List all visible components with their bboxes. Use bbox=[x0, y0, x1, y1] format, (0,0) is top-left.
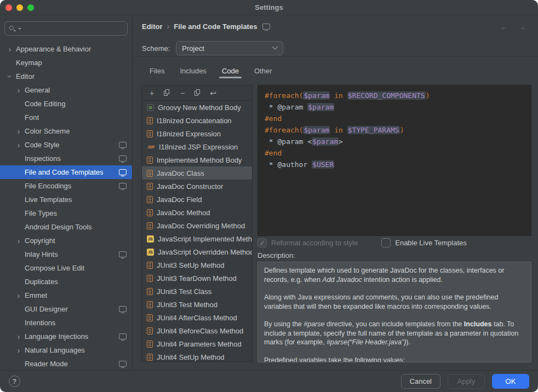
jsp-file-icon: JSP bbox=[147, 143, 155, 151]
template-item-junit4-setup-method[interactable]: JUnit4 SetUp Method bbox=[142, 350, 252, 361]
sidebar-item-file-types[interactable]: File Types bbox=[0, 206, 132, 220]
sidebar-item-font[interactable]: Font bbox=[0, 111, 132, 124]
sidebar-item-editor[interactable]: ›Editor bbox=[0, 70, 132, 83]
sidebar-item-label: Emmet bbox=[25, 291, 47, 299]
search-field[interactable] bbox=[4, 21, 128, 36]
template-item-groovy-new-method-body[interactable]: GGroovy New Method Body bbox=[142, 101, 252, 114]
breadcrumb-editor[interactable]: Editor bbox=[142, 22, 163, 31]
screen-icon bbox=[119, 251, 127, 257]
template-item-junit3-teardown-method[interactable]: JUnit3 TearDown Method bbox=[142, 272, 252, 285]
template-item-javadoc-class[interactable]: JavaDoc Class bbox=[142, 166, 252, 180]
tab-files[interactable]: Files bbox=[142, 63, 172, 78]
template-item-junit3-setup-method[interactable]: JUnit3 SetUp Method bbox=[142, 258, 252, 272]
ok-button[interactable]: OK bbox=[492, 374, 529, 389]
sidebar-item-compose-live-edit[interactable]: Compose Live Edit bbox=[0, 261, 132, 275]
chevron-right-icon[interactable]: › bbox=[14, 141, 23, 149]
sidebar-item-general[interactable]: ›General bbox=[0, 83, 132, 97]
description-paragraph: Defines template which used to generate … bbox=[264, 266, 525, 284]
sidebar-item-android-design-tools[interactable]: Android Design Tools bbox=[0, 220, 132, 234]
template-item-junit3-test-class[interactable]: JUnit3 Test Class bbox=[142, 285, 252, 298]
toolbar-duplicate-icon[interactable] bbox=[194, 89, 202, 97]
tab-includes[interactable]: Includes bbox=[172, 63, 214, 78]
enable-live-templates-label[interactable]: Enable Live Templates bbox=[395, 239, 467, 247]
tab-other[interactable]: Other bbox=[247, 63, 280, 78]
template-editor[interactable]: #foreach($param in $RECORD_COMPONENTS) *… bbox=[257, 85, 531, 236]
template-item-javascript-overridden-method[interactable]: JSJavaScript Overridden Method bbox=[142, 245, 252, 258]
chevron-right-icon[interactable]: › bbox=[14, 127, 23, 135]
sidebar-item-label: Android Design Tools bbox=[25, 223, 92, 231]
sidebar-item-reader-mode[interactable]: Reader Mode bbox=[0, 357, 132, 370]
template-item-label: JavaDoc Method bbox=[157, 209, 210, 217]
template-item-i18nized-concatenation[interactable]: I18nized Concatenation bbox=[142, 114, 252, 127]
toolbar-remove-icon[interactable]: − bbox=[179, 89, 186, 97]
sidebar-item-appearance-behavior[interactable]: ›Appearance & Behavior bbox=[0, 42, 132, 56]
sidebar-item-copyright[interactable]: ›Copyright bbox=[0, 234, 132, 247]
help-button[interactable]: ? bbox=[9, 376, 20, 387]
template-item-implemented-method-body[interactable]: Implemented Method Body bbox=[142, 153, 252, 166]
sidebar-item-file-encodings[interactable]: File Encodings bbox=[0, 179, 132, 193]
back-button[interactable]: ← bbox=[500, 22, 508, 31]
template-item-javadoc-field[interactable]: JavaDoc Field bbox=[142, 193, 252, 206]
template-item-junit4-afterclass-method[interactable]: JUnit4 AfterClass Method bbox=[142, 311, 252, 324]
sidebar-item-color-scheme[interactable]: ›Color Scheme bbox=[0, 124, 132, 138]
chevron-down-icon[interactable]: › bbox=[6, 72, 14, 81]
template-item-junit4-parameters-method[interactable]: JUnit4 Parameters Method bbox=[142, 337, 252, 350]
chevron-right-icon[interactable]: › bbox=[5, 45, 14, 53]
chevron-right-icon[interactable]: › bbox=[14, 332, 23, 341]
sidebar-item-inspections[interactable]: Inspections bbox=[0, 152, 132, 165]
sidebar-item-code-style[interactable]: ›Code Style bbox=[0, 138, 132, 152]
settings-sidebar: ›Appearance & BehaviorKeymap›Editor›Gene… bbox=[0, 15, 133, 370]
template-item-i18nized-expression[interactable]: I18nized Expression bbox=[142, 127, 252, 140]
template-item-label: I18nized Concatenation bbox=[157, 117, 232, 125]
template-file-icon bbox=[147, 354, 153, 361]
sidebar-item-file-and-code-templates[interactable]: File and Code Templates bbox=[0, 165, 132, 179]
sidebar-item-label: Editor bbox=[16, 72, 35, 80]
template-item-junit4-beforeclass-method[interactable]: JUnit4 BeforeClass Method bbox=[142, 324, 252, 337]
js-file-icon: JS bbox=[147, 235, 154, 243]
sidebar-item-label: Language Injections bbox=[25, 332, 88, 341]
chevron-right-icon[interactable]: › bbox=[14, 86, 23, 94]
template-item-junit3-test-method[interactable]: JUnit3 Test Method bbox=[142, 298, 252, 311]
tab-code[interactable]: Code bbox=[214, 63, 247, 78]
sidebar-item-code-editing[interactable]: Code Editing bbox=[0, 97, 132, 111]
scheme-dropdown[interactable]: Project bbox=[176, 41, 283, 55]
chevron-right-icon[interactable]: › bbox=[14, 237, 23, 245]
zoom-button[interactable] bbox=[27, 4, 34, 11]
sidebar-item-natural-languages[interactable]: ›Natural Languages bbox=[0, 343, 132, 357]
template-file-icon bbox=[147, 288, 153, 295]
enable-live-templates-checkbox[interactable] bbox=[381, 238, 391, 247]
sidebar-item-label: Font bbox=[25, 113, 39, 122]
close-button[interactable] bbox=[5, 4, 12, 11]
sidebar-item-intentions[interactable]: Intentions bbox=[0, 316, 132, 330]
sidebar-item-inlay-hints[interactable]: Inlay Hints bbox=[0, 247, 132, 261]
sidebar-item-language-injections[interactable]: ›Language Injections bbox=[0, 330, 132, 343]
sidebar-item-gui-designer[interactable]: GUI Designer bbox=[0, 302, 132, 316]
sidebar-item-label: Appearance & Behavior bbox=[16, 45, 91, 53]
chevron-right-icon[interactable]: › bbox=[14, 291, 23, 299]
settings-tree: ›Appearance & BehaviorKeymap›Editor›Gene… bbox=[0, 38, 132, 370]
template-item-i18nized-jsp-expression[interactable]: JSPI18nized JSP Expression bbox=[142, 140, 252, 153]
template-item-label: Groovy New Method Body bbox=[158, 103, 241, 112]
minimize-button[interactable] bbox=[16, 4, 23, 11]
sidebar-item-keymap[interactable]: Keymap bbox=[0, 56, 132, 70]
sidebar-item-live-templates[interactable]: Live Templates bbox=[0, 193, 132, 206]
toolbar-add-icon[interactable]: + bbox=[148, 89, 156, 97]
cancel-button[interactable]: Cancel bbox=[401, 374, 440, 389]
toolbar-copy-icon[interactable] bbox=[163, 89, 171, 97]
template-item-javadoc-overriding-method[interactable]: JavaDoc Overriding Method bbox=[142, 219, 252, 232]
search-input[interactable] bbox=[24, 24, 123, 33]
breadcrumb: Editor › File and Code Templates bbox=[142, 22, 270, 31]
template-item-javadoc-constructor[interactable]: JavaDoc Constructor bbox=[142, 180, 252, 193]
forward-button[interactable]: → bbox=[518, 22, 526, 31]
sidebar-item-duplicates[interactable]: Duplicates bbox=[0, 275, 132, 289]
sidebar-item-label: File Types bbox=[25, 209, 57, 217]
template-item-javascript-implemented-method[interactable]: JSJavaScript Implemented Method bbox=[142, 232, 252, 245]
chevron-right-icon[interactable]: › bbox=[14, 346, 23, 354]
template-item-label: JUnit3 Test Class bbox=[157, 287, 211, 296]
screen-icon bbox=[119, 142, 127, 148]
footer: ? Cancel Apply OK bbox=[0, 370, 538, 392]
toolbar-revert-icon[interactable]: ↩ bbox=[209, 89, 217, 97]
sidebar-item-emmet[interactable]: ›Emmet bbox=[0, 289, 132, 302]
template-item-javadoc-method[interactable]: JavaDoc Method bbox=[142, 206, 252, 219]
search-options-chevron-icon[interactable] bbox=[18, 28, 21, 30]
